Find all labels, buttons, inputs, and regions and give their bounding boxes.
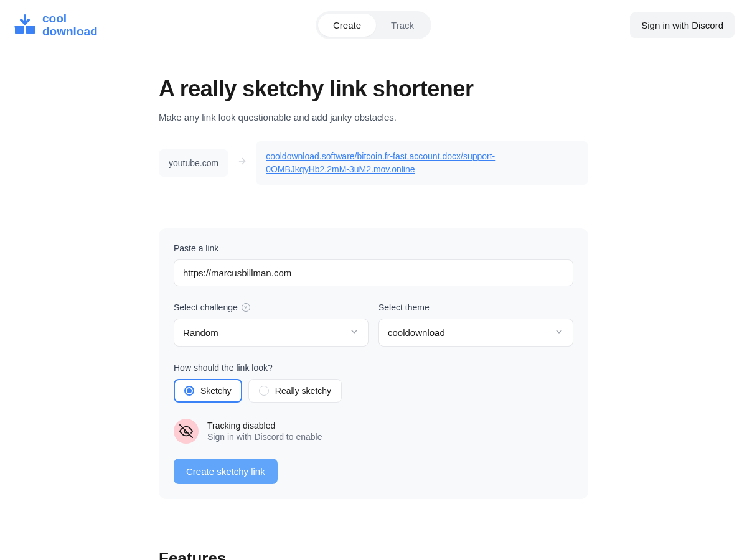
features-heading: Features (159, 549, 588, 560)
link-input[interactable] (174, 259, 573, 286)
logo-icon (12, 14, 37, 37)
form-card: Paste a link Select challenge ? Random (159, 228, 588, 499)
tab-create[interactable]: Create (318, 14, 376, 37)
look-radio-group: Sketchy Really sketchy (174, 379, 573, 403)
arrow-right-icon (237, 156, 247, 169)
challenge-value: Random (183, 327, 218, 338)
page-subtitle: Make any link look questionable and add … (159, 112, 588, 123)
example-source: youtube.com (159, 149, 228, 177)
logo-line2: download (42, 26, 98, 39)
tab-track[interactable]: Track (376, 14, 429, 37)
tracking-signin-link[interactable]: Sign in with Discord to enable (207, 432, 322, 442)
theme-select[interactable]: cooldownload (378, 319, 573, 347)
tracking-text: Tracking disabled Sign in with Discord t… (207, 421, 322, 442)
radio-really-sketchy[interactable]: Really sketchy (248, 379, 342, 403)
tracking-row: Tracking disabled Sign in with Discord t… (174, 419, 573, 444)
help-icon[interactable]: ? (242, 303, 250, 312)
look-section: How should the link look? Sketchy Really… (174, 363, 573, 403)
eye-off-icon (174, 419, 199, 444)
create-link-button[interactable]: Create sketchy link (174, 459, 278, 484)
signin-button[interactable]: Sign in with Discord (630, 12, 735, 38)
logo-line1: cool (42, 12, 98, 26)
tracking-title: Tracking disabled (207, 421, 322, 431)
header: cool download Create Track Sign in with … (0, 0, 747, 51)
page-title: A really sketchy link shortener (159, 76, 588, 102)
tab-switcher: Create Track (316, 11, 431, 39)
radio-sketchy[interactable]: Sketchy (174, 379, 242, 403)
main-container: A really sketchy link shortener Make any… (146, 76, 601, 560)
radio-label: Sketchy (200, 386, 232, 396)
theme-label: Select theme (378, 302, 573, 312)
challenge-col: Select challenge ? Random (174, 302, 369, 347)
form-row2: Select challenge ? Random Select theme (174, 302, 573, 347)
challenge-select[interactable]: Random (174, 319, 369, 347)
radio-icon (259, 386, 269, 396)
paste-link-label: Paste a link (174, 243, 573, 253)
challenge-label: Select challenge ? (174, 302, 369, 312)
radio-label: Really sketchy (275, 386, 331, 396)
theme-value: cooldownload (388, 327, 445, 338)
example-result-link[interactable]: cooldownload.software/bitcoin.fr-fast.ac… (256, 141, 588, 185)
example-row: youtube.com cooldownload.software/bitcoi… (159, 141, 588, 185)
logo-text: cool download (42, 12, 98, 39)
logo[interactable]: cool download (12, 12, 98, 39)
radio-icon (184, 386, 194, 396)
look-label: How should the link look? (174, 363, 573, 373)
theme-col: Select theme cooldownload (378, 302, 573, 347)
chevron-down-icon (554, 327, 564, 338)
chevron-down-icon (349, 327, 359, 338)
